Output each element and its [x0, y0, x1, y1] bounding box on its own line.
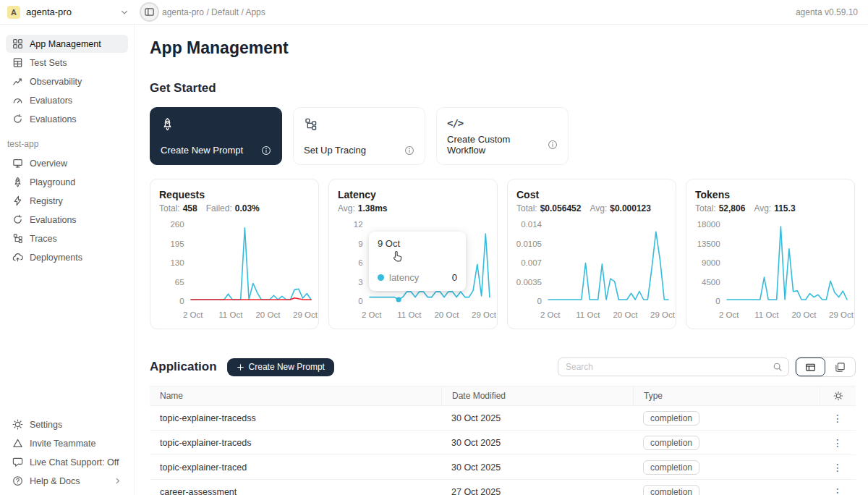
page-title: App Management [150, 38, 856, 58]
x-tick: 11 Oct [218, 310, 242, 319]
y-tick: 0 [537, 297, 542, 305]
chart-tooltip: 9 Oct latency 0 [369, 232, 466, 291]
search-box [558, 358, 789, 376]
info-icon[interactable] [261, 145, 271, 156]
create-new-prompt-button[interactable]: Create New Prompt [227, 358, 334, 376]
chart-stats: Total:458Failed:0.03% [159, 203, 310, 213]
sidebar-item-deployments[interactable]: Deployments [6, 248, 128, 266]
failed-line [191, 298, 311, 300]
table-row[interactable]: topic-explainer-traceds30 Oct 2025comple… [150, 431, 856, 455]
sidebar-item-traces[interactable]: Traces [6, 229, 128, 248]
sidebar-item-evaluators[interactable]: Evaluators [6, 91, 128, 109]
sidebar-item-observability[interactable]: Observability [6, 72, 128, 90]
requests-line [191, 228, 311, 300]
gauge-icon [12, 95, 23, 106]
type-badge: completion [643, 411, 699, 426]
workspace-selector[interactable]: A agenta-pro [7, 6, 129, 19]
y-tick: 0.0105 [516, 240, 542, 248]
sidebar-item-invite-teammate[interactable]: Invite Teammate [6, 434, 128, 452]
chart-stats: Avg:1.38ms [338, 203, 488, 213]
y-tick: 9000 [702, 258, 720, 267]
chart-stats: Total:52,806Avg:115.3 [695, 203, 846, 213]
sidebar-item-label: Test Sets [30, 58, 67, 68]
x-tick: 20 Oct [255, 310, 280, 319]
y-tick: 9 [358, 240, 362, 248]
sidebar-item-label: Evaluations [30, 114, 77, 124]
chart-plot[interactable] [191, 224, 310, 301]
create-new-prompt-card[interactable]: Create New Prompt [150, 107, 282, 165]
sidebar-footer: Settings Invite Teammate Live Chat Suppo… [6, 415, 128, 492]
y-axis-labels: 0.0140.01050.0070.00350 [516, 220, 548, 305]
table-row[interactable]: topic-explainer-tracedss30 Oct 2025compl… [150, 406, 856, 431]
hand-cursor-icon [391, 250, 404, 263]
sidebar-toggle-button[interactable] [140, 2, 159, 22]
sidebar-item-overview[interactable]: Overview [6, 154, 128, 172]
chart-plot[interactable] [548, 224, 667, 301]
column-header-date-modified[interactable]: Date Modified [441, 386, 633, 405]
table-view-button[interactable] [796, 358, 825, 376]
sidebar-item-label: Overview [30, 158, 67, 169]
row-menu-button[interactable]: ⋮ [833, 437, 843, 449]
stat: Total:$0.056452 [516, 203, 581, 213]
hovered-point[interactable] [396, 297, 401, 302]
tokens-chart-card: Tokens Total:52,806Avg:115.3 18000135009… [686, 179, 855, 329]
y-tick: 3 [358, 278, 362, 287]
sidebar-item-app-management[interactable]: App Management [6, 35, 128, 53]
metric-cards: Requests Total:458Failed:0.03% 260195130… [150, 179, 856, 329]
workspace-avatar: A [7, 6, 20, 19]
main-content: App Management Get Started Create New Pr… [135, 25, 868, 495]
x-tick: 2 Oct [719, 310, 739, 319]
table-icon [12, 57, 23, 68]
table-header: Name Date Modified Type [150, 386, 856, 406]
sidebar-item-label: App Management [30, 39, 101, 49]
search-icon[interactable] [773, 362, 783, 372]
search-input[interactable] [566, 362, 768, 372]
info-icon[interactable] [404, 145, 414, 156]
y-tick: 0 [179, 297, 184, 305]
y-tick: 13500 [697, 240, 720, 248]
branch-icon [304, 117, 318, 131]
y-tick: 0 [358, 297, 362, 305]
rocket-icon [12, 177, 23, 187]
chart-plot[interactable] [727, 224, 846, 301]
sidebar-item-test-sets[interactable]: Test Sets [6, 54, 128, 72]
sidebar-item-help-docs[interactable]: Help & Docs [6, 472, 128, 490]
row-menu-button[interactable]: ⋮ [833, 462, 843, 473]
type-badge: completion [643, 436, 699, 450]
x-tick: 2 Oct [540, 310, 560, 319]
table-row[interactable]: career-assessment27 Oct 2025completion⋮ [150, 480, 856, 495]
sidebar-item-playground[interactable]: Playground [6, 173, 128, 191]
table-row[interactable]: topic-explainer-traced30 Oct 2025complet… [150, 455, 856, 480]
set-up-tracing-card[interactable]: Set Up Tracing [293, 107, 425, 165]
y-tick: 12 [354, 220, 363, 229]
type-badge: completion [643, 460, 699, 475]
card-view-button[interactable] [825, 358, 855, 376]
sidebar-item-settings[interactable]: Settings [6, 415, 128, 433]
x-tick: 20 Oct [791, 310, 816, 319]
create-custom-workflow-card[interactable]: </> Create Custom Workflow [436, 107, 569, 165]
cloud-icon [12, 252, 23, 263]
column-settings-button[interactable] [820, 386, 856, 405]
row-menu-button[interactable]: ⋮ [833, 412, 843, 424]
sidebar-item-label: Settings [30, 420, 62, 430]
sidebar-item-registry[interactable]: Registry [6, 192, 128, 210]
plus-icon [237, 363, 244, 371]
gear-icon [12, 419, 23, 430]
breadcrumb[interactable]: agenta-pro / Default / Apps [162, 7, 265, 17]
y-tick: 0.0035 [516, 278, 542, 287]
y-tick: 4500 [702, 278, 720, 287]
y-tick: 130 [170, 258, 184, 267]
x-tick: 11 Oct [397, 310, 421, 319]
app-version: agenta v0.59.10 [796, 7, 858, 17]
sidebar-item-evaluations-app[interactable]: Evaluations [6, 211, 128, 229]
sidebar-item-live-chat-support[interactable]: Live Chat Support: Off [6, 453, 128, 471]
project-label: test-app [6, 139, 128, 149]
column-header-name[interactable]: Name [150, 386, 441, 405]
info-icon[interactable] [548, 140, 558, 150]
sidebar-item-label: Evaluators [30, 96, 72, 106]
code-icon: </> [447, 117, 558, 129]
row-menu-button[interactable]: ⋮ [833, 486, 843, 495]
sidebar-item-evaluations[interactable]: Evaluations [6, 110, 128, 128]
stat: Avg:115.3 [754, 203, 795, 213]
column-header-type[interactable]: Type [633, 386, 820, 405]
